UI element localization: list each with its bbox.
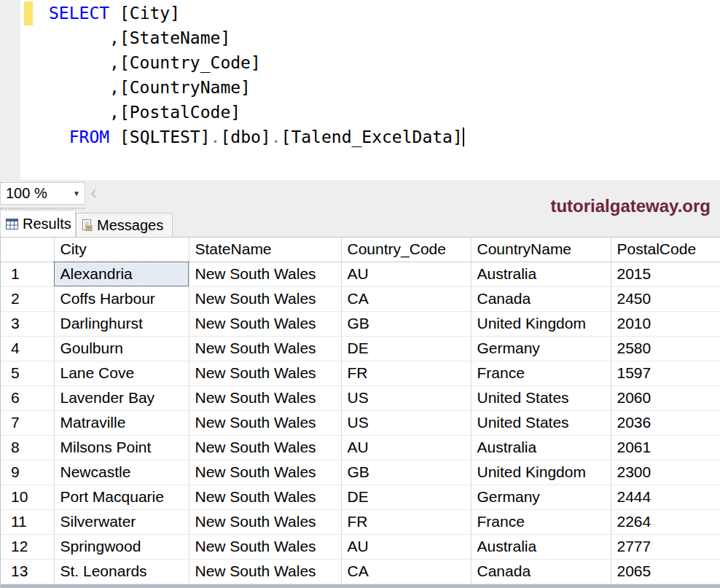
grid-cell[interactable]: New South Wales (189, 410, 341, 435)
grid-cell[interactable]: 2450 (611, 286, 720, 311)
row-number-cell[interactable]: 9 (1, 460, 54, 485)
column-header-CountryName[interactable]: CountryName (471, 238, 611, 262)
corner-header-cell[interactable] (1, 238, 54, 262)
code-token: FROM (69, 128, 109, 146)
tab-messages[interactable]: Messages (76, 213, 173, 237)
grid-cell[interactable]: New South Wales (189, 559, 341, 584)
row-number-cell[interactable]: 4 (1, 336, 54, 361)
grid-cell[interactable]: United States (471, 385, 611, 410)
grid-cell[interactable]: United Kingdom (471, 311, 611, 336)
row-number-cell[interactable]: 11 (1, 509, 54, 534)
row-number-cell[interactable]: 12 (1, 534, 54, 559)
grid-cell[interactable]: FR (341, 361, 471, 385)
grid-cell[interactable]: Goulburn (54, 336, 189, 361)
row-number-cell[interactable]: 5 (1, 361, 54, 385)
grid-cell[interactable]: New South Wales (189, 460, 341, 485)
row-number-cell[interactable]: 13 (1, 559, 54, 584)
row-number-cell[interactable]: 10 (1, 485, 54, 509)
sql-editor[interactable]: SELECT [City] ,[StateName] ,[Country_Cod… (0, 0, 720, 180)
splitter-handle[interactable] (0, 208, 85, 209)
grid-cell[interactable]: FR (341, 509, 471, 534)
grid-cell[interactable]: 2580 (611, 336, 720, 361)
grid-cell[interactable]: Matraville (54, 410, 189, 435)
grid-cell[interactable]: US (341, 385, 471, 410)
grid-cell[interactable]: 2015 (611, 262, 720, 286)
row-number-cell[interactable]: 8 (1, 435, 54, 460)
grid-cell[interactable]: DE (341, 485, 471, 509)
grid-cell[interactable]: St. Leonards (54, 559, 189, 584)
grid-cell[interactable]: New South Wales (189, 509, 341, 534)
grid-cell[interactable]: Australia (471, 435, 611, 460)
row-number-cell[interactable]: 2 (1, 286, 54, 311)
grid-cell[interactable]: New South Wales (189, 336, 341, 361)
code-line[interactable]: ,[StateName] (49, 26, 464, 50)
grid-cell[interactable]: CA (341, 286, 471, 311)
grid-cell[interactable]: Milsons Point (54, 435, 189, 460)
grid-cell[interactable]: New South Wales (189, 286, 341, 311)
code-line[interactable]: ,[CountryName] (49, 75, 464, 100)
grid-cell[interactable]: CA (341, 559, 471, 584)
grid-cell[interactable]: New South Wales (189, 361, 341, 385)
grid-cell[interactable]: New South Wales (189, 435, 341, 460)
code-line[interactable]: FROM [SQLTEST].[dbo].[Talend_ExcelData] (49, 125, 464, 149)
grid-cell[interactable]: United States (471, 410, 611, 435)
grid-cell[interactable]: GB (341, 311, 471, 336)
column-header-Country_Code[interactable]: Country_Code (341, 238, 471, 262)
grid-cell[interactable]: Silverwater (54, 509, 189, 534)
grid-cell[interactable]: New South Wales (189, 262, 341, 286)
row-number-cell[interactable]: 3 (1, 311, 54, 336)
code-line[interactable]: ,[PostalCode] (49, 100, 464, 125)
code-line[interactable]: SELECT [City] (49, 1, 464, 26)
grid-cell[interactable]: 2444 (611, 485, 720, 509)
grid-cell[interactable]: Port Macquarie (54, 485, 189, 509)
grid-cell[interactable]: 2065 (611, 559, 720, 584)
grid-cell[interactable]: Australia (471, 534, 611, 559)
grid-cell[interactable]: AU (341, 435, 471, 460)
grid-cell[interactable]: 2036 (611, 410, 720, 435)
grid-cell[interactable]: Germany (471, 336, 611, 361)
grid-cell[interactable]: 2010 (611, 311, 720, 336)
chevron-down-icon[interactable]: ▼ (69, 183, 85, 204)
grid-cell[interactable]: 2060 (611, 385, 720, 410)
grid-cell[interactable]: Alexandria (54, 262, 189, 286)
grid-cell[interactable]: France (471, 361, 611, 385)
tab-results[interactable]: Results (0, 210, 76, 237)
column-header-City[interactable]: City (54, 238, 189, 262)
table-row: 3DarlinghurstNew South WalesGBUnited Kin… (1, 311, 720, 336)
grid-cell[interactable]: AU (341, 262, 471, 286)
grid-cell[interactable]: Canada (471, 286, 611, 311)
grid-cell[interactable]: 2061 (611, 435, 720, 460)
grid-cell[interactable]: 2264 (611, 509, 720, 534)
grid-cell[interactable]: US (341, 410, 471, 435)
grid-cell[interactable]: New South Wales (189, 485, 341, 509)
grid-cell[interactable]: New South Wales (189, 385, 341, 410)
grid-cell[interactable]: Australia (471, 262, 611, 286)
row-number-cell[interactable]: 1 (1, 262, 54, 286)
grid-cell[interactable]: Lavender Bay (54, 385, 189, 410)
column-header-StateName[interactable]: StateName (189, 238, 341, 262)
grid-cell[interactable]: France (471, 509, 611, 534)
grid-cell[interactable]: United Kingdom (471, 460, 611, 485)
grid-cell[interactable]: Lane Cove (54, 361, 189, 385)
grid-cell[interactable]: New South Wales (189, 534, 341, 559)
grid-cell[interactable]: 2300 (611, 460, 720, 485)
grid-cell[interactable]: AU (341, 534, 471, 559)
grid-cell[interactable]: Springwood (54, 534, 189, 559)
table-row: 12SpringwoodNew South WalesAUAustralia27… (1, 534, 720, 559)
grid-cell[interactable]: Darlinghurst (54, 311, 189, 336)
code-line[interactable]: ,[Country_Code] (49, 50, 464, 75)
zoom-level-dropdown[interactable]: 100 % ▼ (0, 182, 85, 205)
column-header-PostalCode[interactable]: PostalCode (611, 238, 720, 262)
grid-cell[interactable]: Canada (471, 559, 611, 584)
grid-cell[interactable]: 1597 (611, 361, 720, 385)
grid-cell[interactable]: Germany (471, 485, 611, 509)
grid-cell[interactable]: GB (341, 460, 471, 485)
grid-cell[interactable]: DE (341, 336, 471, 361)
row-number-cell[interactable]: 7 (1, 410, 54, 435)
grid-cell[interactable]: 2777 (611, 534, 720, 559)
grid-cell[interactable]: Newcastle (54, 460, 189, 485)
scroll-left-icon[interactable]: ‹ (90, 181, 97, 203)
row-number-cell[interactable]: 6 (1, 385, 54, 410)
grid-cell[interactable]: Coffs Harbour (54, 286, 189, 311)
grid-cell[interactable]: New South Wales (189, 311, 341, 336)
